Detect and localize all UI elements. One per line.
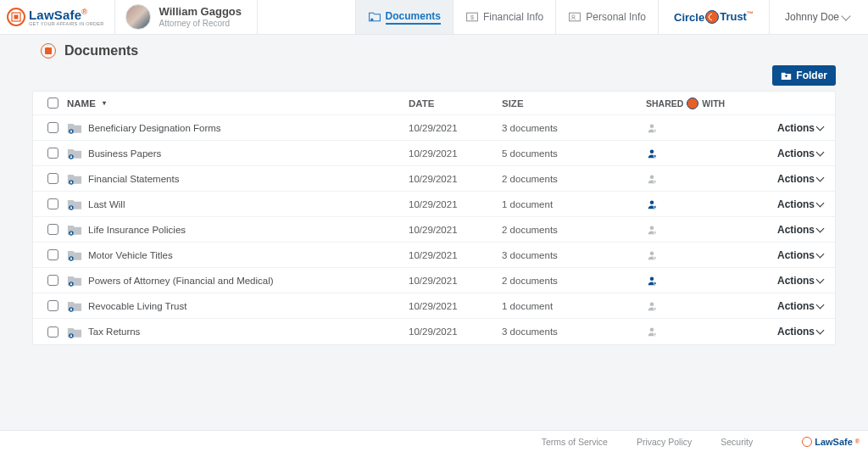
folder-icon [67,248,82,261]
attorney-block[interactable]: William Gaggos Attorney of Record [115,0,258,34]
row-checkbox[interactable] [47,148,58,159]
row-date: 10/29/2021 [409,250,502,260]
row-actions[interactable]: Actions [777,300,828,312]
select-all-checkbox[interactable] [47,98,58,109]
footer-brand-icon [802,437,812,447]
row-date: 10/29/2021 [409,225,502,235]
top-bar: LawSafe® GET YOUR AFFAIRS IN ORDER Willi… [0,0,868,35]
table-row[interactable]: Last Will10/29/20211 documentActions [33,192,835,217]
svg-rect-1 [14,15,19,20]
row-name-cell[interactable]: Financial Statements [65,172,409,185]
row-name-cell[interactable]: Powers of Attorney (Financial and Medica… [65,274,409,287]
row-size: 5 documents [502,148,646,159]
row-shared [646,122,777,134]
page-title: Documents [64,43,138,59]
row-checkbox[interactable] [47,198,58,209]
col-name[interactable]: NAME▾ [65,98,409,109]
nav-documents-label: Documents [386,10,441,25]
row-date: 10/29/2021 [409,276,502,286]
row-size: 3 documents [502,250,646,260]
circle-trust-icon [705,10,719,24]
brand-text: LawSafe® GET YOUR AFFAIRS IN ORDER [29,8,104,27]
table-row[interactable]: Powers of Attorney (Financial and Medica… [33,268,835,293]
chevron-down-icon [816,249,825,258]
footer-terms[interactable]: Terms of Service [542,437,608,447]
table-row[interactable]: Motor Vehicle Titles10/29/20213 document… [33,243,835,268]
row-checkbox[interactable] [47,249,58,260]
row-actions[interactable]: Actions [777,148,828,159]
footer-security[interactable]: Security [721,437,753,447]
svg-point-41 [650,328,654,332]
row-actions[interactable]: Actions [777,249,828,261]
user-menu[interactable]: Johnny Doe [770,11,868,23]
chevron-down-icon [816,148,825,156]
table-row[interactable]: Tax Returns10/29/20213 documentsActions [33,319,835,344]
row-shared [646,249,777,261]
row-date: 10/29/2021 [409,301,502,311]
row-name: Last Will [88,199,125,209]
row-name: Financial Statements [88,174,179,184]
row-shared [646,198,777,210]
folder-icon [67,299,82,312]
row-name: Tax Returns [88,326,140,337]
nav-financial[interactable]: $ Financial Info [453,0,555,34]
row-shared [646,173,777,185]
row-checkbox[interactable] [47,122,58,133]
row-name: Powers of Attorney (Financial and Medica… [88,276,274,286]
row-name-cell[interactable]: Life Insurance Policies [65,223,409,236]
actions-label: Actions [777,122,815,134]
user-name: Johnny Doe [785,11,839,23]
shared-user-icon [646,173,658,185]
chevron-down-icon [816,326,825,335]
nav-personal[interactable]: Personal Info [555,0,658,34]
row-actions[interactable]: Actions [777,173,828,185]
col-shared[interactable]: SHARED WITH [646,98,777,109]
shared-user-icon [646,249,658,261]
row-checkbox[interactable] [47,275,58,286]
table-row[interactable]: Life Insurance Policies10/29/20212 docum… [33,217,835,243]
row-checkbox[interactable] [47,326,58,338]
row-actions[interactable]: Actions [777,224,828,236]
row-name-cell[interactable]: Motor Vehicle Titles [65,248,409,261]
footer-brand: LawSafe® [802,437,860,447]
row-actions[interactable]: Actions [777,198,828,210]
attorney-name: William Gaggos [159,6,242,18]
actions-label: Actions [777,300,815,312]
row-size: 2 documents [502,225,646,235]
actions-label: Actions [777,275,815,287]
brand-logo[interactable]: LawSafe® GET YOUR AFFAIRS IN ORDER [0,0,115,34]
row-name-cell[interactable]: Business Papers [65,147,409,159]
col-date[interactable]: DATE [409,98,502,109]
row-name: Beneficiary Designation Forms [88,123,221,133]
table-row[interactable]: Business Papers10/29/20215 documentsActi… [33,141,835,166]
row-checkbox[interactable] [47,300,58,311]
row-actions[interactable]: Actions [777,275,828,287]
row-checkbox[interactable] [47,173,58,184]
row-name-cell[interactable]: Tax Returns [65,326,409,338]
row-checkbox[interactable] [47,224,58,235]
row-actions[interactable]: Actions [777,122,828,134]
new-folder-button[interactable]: Folder [772,65,836,86]
svg-point-16 [70,181,72,182]
nav-circle-trust[interactable]: Circle Trust™ [658,0,770,34]
table-row[interactable]: Revocable Living Trust10/29/20211 docume… [33,293,835,319]
circle-trust-mini-icon [687,98,698,109]
nav-documents[interactable]: Documents [355,0,453,34]
row-name-cell[interactable]: Last Will [65,198,409,210]
folder-icon [67,198,82,210]
table-row[interactable]: Financial Statements10/29/20212 document… [33,166,835,192]
row-name-cell[interactable]: Beneficiary Designation Forms [65,121,409,134]
col-size[interactable]: SIZE [502,98,646,109]
footer-privacy[interactable]: Privacy Policy [637,437,692,447]
row-name: Life Insurance Policies [88,225,186,235]
folder-icon [67,326,82,338]
actions-label: Actions [777,173,815,185]
row-size: 3 documents [502,326,646,337]
shared-user-icon [646,275,658,287]
row-actions[interactable]: Actions [777,326,828,338]
svg-point-6 [572,15,575,18]
table-row[interactable]: Beneficiary Designation Forms10/29/20213… [33,115,835,141]
financial-icon: $ [465,11,479,23]
folder-user-icon [368,11,381,23]
row-name-cell[interactable]: Revocable Living Trust [65,299,409,312]
